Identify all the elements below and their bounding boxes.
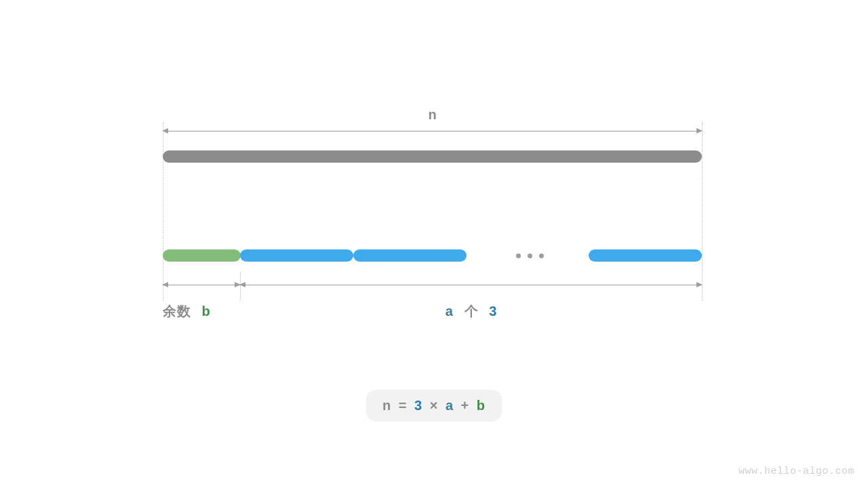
dimension-arrow-a3 [240,285,702,285]
dimension-arrow-b [163,285,240,285]
formula-pill: n = 3 × a + b [366,390,502,422]
ellipsis-icon [514,249,545,262]
label-n: n [163,107,702,123]
bar-three-last [589,249,702,262]
label-text-of [456,304,464,319]
label-remainder-var: b [202,304,210,319]
watermark: www.hello-algo.com [738,466,854,477]
formula-a: a [446,398,454,413]
label-a-groups-of-3: a 个 3 [240,302,702,321]
bar-three-2 [353,249,467,262]
label-var-a: a [446,304,453,319]
label-remainder-text: 余数 [163,304,191,319]
formula-eq: = [399,398,408,413]
formula-3: 3 [414,398,422,413]
dimension-arrow-n [163,131,702,131]
bar-n [163,150,702,163]
bar-three-1 [240,249,353,262]
guide-line-left [163,122,163,301]
guide-line-right [702,122,703,301]
formula-times: × [430,398,439,413]
formula-b: b [477,398,486,413]
bar-remainder-b [163,249,241,262]
formula-plus: + [461,398,470,413]
label-const-3: 3 [489,304,496,319]
formula-n: n [382,398,391,413]
